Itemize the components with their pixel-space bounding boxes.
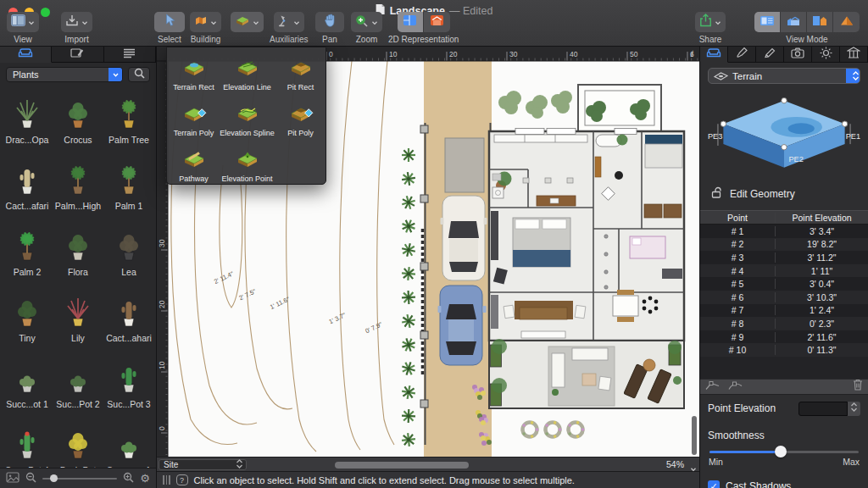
plant-item[interactable]: Suc...Pot 3 <box>103 357 154 423</box>
plant-item[interactable]: Palm...High <box>53 158 103 225</box>
tab-object-properties[interactable] <box>700 47 728 63</box>
floor-selector[interactable]: Site <box>159 459 247 470</box>
plant-item[interactable]: Palm 1 <box>103 158 154 225</box>
point-table-row[interactable]: # 33' 11.2" <box>700 251 868 264</box>
plant-thumbnail <box>9 291 45 328</box>
point-table-row[interactable]: # 219' 8.2" <box>700 238 868 252</box>
chevron-down-icon <box>210 14 217 30</box>
auxiliaries-tool-button[interactable] <box>274 12 304 32</box>
column-point-elevation[interactable]: Point Elevation <box>776 213 868 223</box>
tab-camera[interactable] <box>784 47 812 63</box>
plant-item[interactable]: Cact...ahari <box>103 291 154 357</box>
plant-item[interactable]: Crocus <box>53 92 103 158</box>
selected-object-dropdown[interactable]: Terrain <box>708 68 860 84</box>
point-table-row[interactable]: # 71' 2.4" <box>700 304 868 318</box>
plant-item[interactable]: Bush Pot <box>53 423 103 468</box>
plant-item[interactable]: Succ...ot 1 <box>2 357 53 423</box>
tab-building-properties[interactable] <box>840 47 868 63</box>
menu-item-terrain-poly[interactable]: Terrain Poly <box>167 97 220 142</box>
zoom-chevron-icon[interactable] <box>690 461 697 476</box>
menu-item-pit-poly[interactable]: Pit Poly <box>274 97 327 142</box>
view-mode-split-button[interactable] <box>807 12 833 32</box>
help-icon[interactable]: ? <box>176 474 188 485</box>
import-button[interactable] <box>61 12 92 32</box>
car-blue[interactable] <box>438 286 487 365</box>
menu-item-elevation-spline[interactable]: Elevation Spline <box>220 97 274 142</box>
edit-geometry-row[interactable]: Edit Geometry <box>708 180 860 208</box>
plant-item[interactable]: Palm 2 <box>2 225 53 291</box>
view-mode-elevation-button[interactable] <box>781 12 807 32</box>
plant-item[interactable]: Lea <box>103 225 154 291</box>
tab-objects-library[interactable] <box>0 47 52 63</box>
column-point[interactable]: Point <box>700 213 776 223</box>
thumbnail-size-slider[interactable] <box>42 478 117 480</box>
menu-item-elevation-point[interactable]: Elevation Point <box>220 142 274 188</box>
representation-2d-button[interactable] <box>398 12 424 32</box>
plant-item[interactable]: Drac...Opa <box>2 92 53 158</box>
tab-materials-library[interactable] <box>52 47 103 63</box>
pan-label: Pan <box>315 35 344 44</box>
share-group: Share <box>695 12 726 44</box>
tab-project-tree[interactable] <box>104 47 156 63</box>
plant-item[interactable]: Flora <box>53 225 103 291</box>
stepper-icon[interactable] <box>848 402 860 416</box>
tab-light[interactable] <box>812 47 840 63</box>
point-elevation-input[interactable] <box>798 402 848 416</box>
zoom-tool-button[interactable] <box>351 12 382 32</box>
smoothness-max-label: Max <box>843 457 860 467</box>
image-preview-icon[interactable] <box>6 471 19 486</box>
zoom-out-icon[interactable] <box>25 471 36 486</box>
search-button[interactable] <box>128 67 150 82</box>
point-table-row[interactable]: # 13' 3.4" <box>700 225 868 238</box>
plant-item[interactable]: Suc...Pot 4 <box>2 423 53 468</box>
menu-item-terrain-rect[interactable]: Terrain Rect <box>167 51 220 97</box>
tab-2d-properties[interactable] <box>756 47 784 63</box>
cast-shadows-checkbox[interactable]: ✓ <box>708 480 720 488</box>
plant-item[interactable]: Palm Tree <box>103 92 154 158</box>
point-table-row[interactable]: # 80' 2.3" <box>700 317 868 330</box>
menu-item-pathway[interactable]: Pathway <box>167 142 220 188</box>
courtyard[interactable] <box>578 85 661 131</box>
tab-materials[interactable] <box>728 47 756 63</box>
plant-item[interactable]: Succ...se 1 <box>103 423 154 468</box>
plant-item[interactable]: Cact...afari <box>2 158 53 225</box>
gear-icon[interactable]: ⚙ <box>140 473 150 484</box>
straight-segment-icon[interactable] <box>705 379 720 394</box>
building-tool-button[interactable] <box>190 12 221 32</box>
select-tool-button[interactable] <box>154 12 185 32</box>
view-mode-2d-button[interactable] <box>754 12 781 32</box>
pan-tool-button[interactable] <box>315 12 344 32</box>
menu-item-pit-rect[interactable]: Pit Rect <box>274 51 327 97</box>
panel-drag-handle[interactable] <box>163 475 170 485</box>
plant-item[interactable]: Suc...Pot 2 <box>53 357 103 423</box>
canvas-zoom-level[interactable]: 54% <box>666 459 684 469</box>
camera-icon <box>791 47 804 62</box>
representation-elevation-button[interactable] <box>424 12 450 32</box>
canvas-vertical-scrollbar[interactable] <box>692 416 697 455</box>
plant-item[interactable]: Lily <box>53 291 103 357</box>
canvas-horizontal-scrollbar[interactable] <box>335 462 469 469</box>
plant-item[interactable]: Tiny <box>2 291 53 357</box>
point-table-row[interactable]: # 41' 11" <box>700 264 868 278</box>
terrain-glyph-icon <box>709 71 728 81</box>
zoom-window-button[interactable] <box>41 8 50 17</box>
share-button[interactable] <box>695 12 726 32</box>
search-icon <box>134 67 145 82</box>
car-white[interactable] <box>441 138 487 280</box>
menu-item-elevation-line[interactable]: Elevation Line <box>220 51 274 97</box>
view-button[interactable] <box>7 12 39 32</box>
trash-icon[interactable] <box>853 379 863 394</box>
point-table-row[interactable]: # 63' 10.3" <box>700 291 868 304</box>
zoom-in-icon[interactable] <box>123 471 134 486</box>
library-category-select[interactable]: Plants <box>6 67 123 82</box>
house[interactable] <box>489 129 684 341</box>
building-columns-icon <box>847 47 860 62</box>
point-table-row[interactable]: # 53' 0.4" <box>700 277 868 291</box>
patio[interactable] <box>489 339 684 408</box>
view-mode-3d-button[interactable] <box>833 12 860 32</box>
curved-segment-icon[interactable] <box>728 379 743 394</box>
point-table-row[interactable]: # 92' 11.6" <box>700 330 868 344</box>
terrain-tool-button[interactable] <box>231 12 264 32</box>
point-table-row[interactable]: # 100' 11.3" <box>700 343 868 357</box>
smoothness-slider[interactable] <box>709 451 859 453</box>
